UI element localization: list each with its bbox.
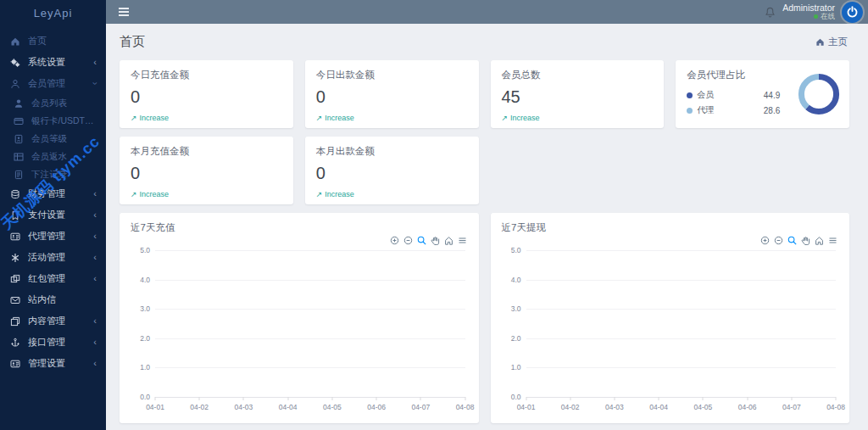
home-icon	[9, 36, 20, 47]
bell-icon[interactable]	[765, 7, 776, 18]
sidebar-subitem-member-list[interactable]: 会员列表	[0, 94, 106, 112]
y-axis-label: 0.0	[128, 393, 150, 401]
stat-card-value: 0	[131, 164, 282, 183]
zoom-in-icon[interactable]	[390, 236, 399, 245]
x-axis-tick	[155, 397, 156, 400]
stat-card-title: 今日充值金额	[131, 69, 282, 81]
sidebar-item-label: 银行卡/USDT绑定	[31, 115, 97, 127]
sidebar-subitem-member-rebate[interactable]: 会员返水	[0, 148, 106, 165]
sidebar-item-site-mail[interactable]: 站内信	[0, 289, 106, 310]
x-axis-label: 04-08	[826, 403, 845, 411]
sidebar-item-system-settings[interactable]: 系统设置‹	[0, 52, 106, 73]
chart-toolbar	[390, 236, 467, 245]
selection-zoom-icon[interactable]	[417, 236, 426, 245]
sidebar-subitem-bet-records[interactable]: 下注记录	[0, 165, 106, 183]
x-axis-tick	[331, 397, 332, 400]
content: 首页 主页 今日充值金额 0 ↗Increase 今日出款金额 0 ↗Incre…	[106, 24, 868, 430]
legend-item-agent: 代理 28.6	[687, 104, 780, 116]
x-axis-tick	[659, 397, 659, 400]
y-gridline	[155, 338, 465, 339]
y-axis-label: 2.0	[499, 334, 521, 343]
x-axis-label: 04-02	[561, 403, 580, 411]
reset-zoom-home-icon[interactable]	[444, 236, 453, 245]
stat-card-today-payout: 今日出款金额 0 ↗Increase	[305, 60, 479, 128]
stat-card-month-payout: 本月出款金额 0 ↗Increase	[305, 137, 479, 204]
y-gridline	[526, 280, 837, 281]
sidebar-item-home[interactable]: 首页	[0, 31, 106, 52]
sidebar-item-label: 系统设置	[28, 56, 65, 69]
chart-menu-icon[interactable]	[828, 236, 837, 245]
chart-plot: 5.04.03.02.01.00.004-0104-0204-0304-0404…	[526, 250, 837, 398]
x-axis-tick	[747, 397, 748, 400]
x-axis-tick	[420, 397, 421, 400]
sidebar-item-admin-settings[interactable]: 管理设置‹	[0, 353, 106, 374]
sidebar-item-agent-management[interactable]: 代理管理‹	[0, 226, 106, 247]
zoom-in-icon[interactable]	[760, 236, 770, 245]
chart-menu-icon[interactable]	[458, 236, 467, 245]
sidebar-item-label: 支付设置	[28, 209, 65, 221]
sidebar-item-member-management[interactable]: 会员管理‹	[0, 73, 106, 94]
y-axis-label: 1.0	[499, 363, 521, 371]
logout-power-button[interactable]	[842, 2, 863, 23]
y-axis-label: 2.0	[128, 334, 150, 343]
user-icon	[9, 79, 20, 89]
chevron-left-icon: ‹	[93, 316, 97, 326]
stat-card-footer: Increase	[140, 114, 170, 122]
zoom-out-icon[interactable]	[774, 236, 783, 245]
increase-arrow-icon: ↗	[131, 190, 137, 198]
sidebar-item-content-management[interactable]: 内容管理‹	[0, 310, 106, 332]
increase-arrow-icon: ↗	[131, 114, 137, 122]
sidebar-item-payment-settings[interactable]: 支付设置‹	[0, 204, 106, 226]
pan-icon[interactable]	[431, 236, 440, 245]
power-icon	[846, 6, 859, 19]
stat-card-title: 本月出款金额	[316, 145, 468, 158]
stat-card-title: 今日出款金额	[316, 69, 468, 81]
y-axis-label: 4.0	[128, 276, 150, 284]
sidebar-item-red-packet-management[interactable]: 红包管理‹	[0, 268, 106, 289]
user-menu[interactable]: Administrator 在线	[782, 3, 835, 21]
sidebar-item-api-management[interactable]: 接口管理‹	[0, 332, 106, 353]
sidebar-subitem-member-level[interactable]: 会员等级	[0, 130, 106, 148]
chevron-left-icon: ‹	[93, 274, 97, 283]
sidebar-item-label: 内容管理	[28, 315, 65, 327]
x-axis-label: 04-01	[146, 403, 164, 411]
reset-zoom-home-icon[interactable]	[815, 236, 824, 245]
menu-toggle-button[interactable]	[114, 5, 133, 19]
sidebar-item-label: 活动管理	[28, 251, 65, 264]
chevron-left-icon: ‹	[93, 58, 97, 67]
home-icon	[815, 37, 825, 47]
api-icon	[9, 338, 20, 348]
sidebar-item-label: 会员列表	[31, 98, 67, 109]
selection-zoom-icon[interactable]	[787, 236, 797, 245]
app-logo: LeyApi	[0, 0, 106, 27]
badge-icon	[13, 134, 24, 144]
y-axis-label: 3.0	[128, 304, 150, 313]
chart-plot: 5.04.03.02.01.00.004-0104-0204-0304-0404…	[155, 250, 465, 398]
increase-arrow-icon: ↗	[316, 190, 323, 198]
chart-card-recharge-7days: 近7天充值 5.04.03.02.01.00.004-0104-0204-030…	[120, 213, 479, 423]
credit-card-icon	[13, 116, 24, 126]
y-axis-label: 1.0	[128, 363, 150, 371]
x-axis-tick	[465, 397, 465, 400]
stat-card-month-recharge: 本月充值金额 0 ↗Increase	[120, 137, 293, 204]
sidebar-item-label: 管理设置	[28, 357, 65, 370]
admin-card-icon	[9, 359, 20, 369]
stat-card-value: 0	[316, 87, 468, 107]
legend-item-member: 会员 44.9	[687, 89, 780, 101]
stat-card-footer: Increase	[325, 114, 354, 122]
breadcrumb-home[interactable]: 主页	[815, 36, 848, 48]
main-column: Administrator 在线 首页	[106, 0, 868, 430]
chart-card-withdraw-7days: 近7天提现 5.04.03.02.01.00.004-0104-0204-030…	[491, 213, 850, 423]
chevron-left-icon: ‹	[93, 232, 97, 241]
pan-icon[interactable]	[801, 236, 810, 245]
sidebar-subitem-bank-usdt-binding[interactable]: 银行卡/USDT绑定	[0, 112, 106, 130]
chevron-left-icon: ‹	[93, 253, 97, 262]
zoom-out-icon[interactable]	[403, 236, 413, 245]
sidebar-item-activity-management[interactable]: 活动管理‹	[0, 247, 106, 268]
x-axis-tick	[287, 397, 288, 400]
chevron-down-icon: ‹	[91, 82, 100, 86]
sidebar: LeyApi 首页系统设置‹会员管理‹会员列表银行卡/USDT绑定会员等级会员返…	[0, 0, 106, 430]
sidebar-item-finance-management[interactable]: 财务管理‹	[0, 183, 106, 204]
id-card-icon	[9, 232, 20, 242]
increase-arrow-icon: ↗	[502, 114, 509, 122]
